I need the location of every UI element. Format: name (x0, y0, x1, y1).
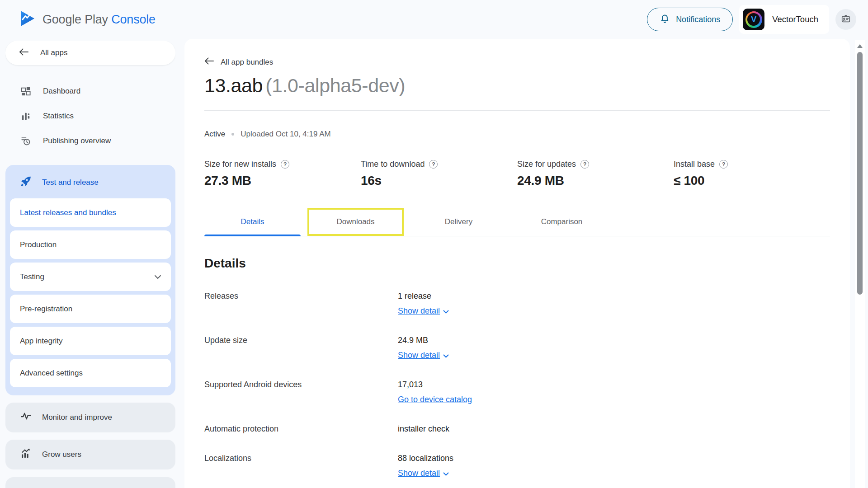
scroll-up-arrow[interactable] (857, 44, 863, 48)
app-header: Google Play Console Notifications V Vect… (0, 0, 868, 39)
all-apps-button[interactable]: All apps (5, 41, 175, 65)
sidebar-item-publishing-overview[interactable]: Publishing overview (5, 128, 175, 153)
notifications-label: Notifications (676, 15, 720, 24)
publishing-overview-icon (20, 136, 31, 146)
dashboard-icon (20, 86, 31, 96)
tab-bar: Details Downloads Delivery Comparison (204, 208, 830, 236)
back-arrow-icon[interactable] (204, 57, 214, 67)
scrollbar-thumb[interactable] (857, 52, 863, 295)
brand-text: Google Play Console (42, 13, 156, 27)
all-apps-label: All apps (40, 48, 67, 57)
statistics-icon (20, 111, 31, 121)
metric-value: 16s (361, 174, 517, 188)
chevron-down-icon (443, 307, 449, 315)
sidebar-item-pre-registration[interactable]: Pre-registration (10, 295, 171, 323)
pulse-icon (20, 411, 32, 424)
metric-label: Size for new installs (204, 160, 276, 169)
breadcrumb-label[interactable]: All app bundles (221, 58, 273, 67)
section-label: Test and release (42, 178, 99, 187)
status-row: Active Uploaded Oct 10, 4:19 AM (204, 130, 830, 139)
metric-value: ≤ 100 (674, 174, 830, 188)
sub-item-label: Latest releases and bundles (20, 208, 116, 217)
status-separator-dot (231, 133, 234, 136)
detail-row-automatic-protection: Automatic protection installer check (204, 424, 830, 434)
main-content: All app bundles 13.aab(1.0-alpha5-dev) A… (184, 39, 850, 488)
metric-size-for-updates: Size for updates ? 24.9 MB (517, 160, 674, 188)
sub-item-label: Pre-registration (20, 305, 72, 314)
developer-badge-button[interactable] (835, 9, 856, 30)
sidebar-item-statistics[interactable]: Statistics (5, 103, 175, 128)
row-value: 17,013 (398, 380, 472, 389)
row-value: 24.9 MB (398, 336, 449, 345)
sub-item-label: Advanced settings (20, 369, 83, 378)
vertical-scrollbar (855, 40, 865, 488)
metric-value: 24.9 MB (517, 174, 674, 188)
sidebar-item-production[interactable]: Production (10, 230, 171, 259)
sidebar-item-monitor-and-improve[interactable]: Monitor and improve (5, 403, 175, 432)
sub-item-label: Testing (20, 272, 44, 282)
tab-downloads[interactable]: Downloads (307, 208, 404, 236)
bell-icon (660, 13, 670, 26)
sidebar-item-label: Dashboard (43, 87, 80, 96)
google-play-console-logo[interactable]: Google Play Console (20, 10, 156, 29)
sidebar-item-testing[interactable]: Testing (10, 263, 171, 291)
status-badge: Active (204, 130, 225, 139)
tab-comparison[interactable]: Comparison (514, 208, 610, 236)
chevron-down-icon (443, 352, 449, 360)
metric-label: Size for updates (517, 160, 576, 169)
sidebar-item-dashboard[interactable]: Dashboard (5, 79, 175, 103)
help-icon[interactable]: ? (429, 160, 438, 169)
detail-row-update-size: Update size 24.9 MB Show detail (204, 336, 830, 360)
uploaded-timestamp: Uploaded Oct 10, 4:19 AM (241, 130, 330, 139)
bundle-name: 13.aab (204, 75, 263, 96)
row-value: 88 localizations (398, 454, 453, 463)
row-value: installer check (398, 424, 449, 434)
help-icon[interactable]: ? (281, 160, 289, 169)
metric-label: Install base (674, 160, 715, 169)
sidebar-item-grow-users[interactable]: Grow users (5, 440, 175, 469)
test-and-release-section: Test and release Latest releases and bun… (5, 165, 175, 395)
metric-time-to-download: Time to download ? 16s (361, 160, 517, 188)
section-label: Grow users (42, 450, 81, 459)
section-label: Monitor and improve (42, 413, 112, 422)
page-title: 13.aab(1.0-alpha5-dev) (204, 75, 830, 97)
back-arrow-icon (19, 48, 28, 58)
help-icon[interactable]: ? (719, 160, 728, 169)
breadcrumb[interactable]: All app bundles (204, 57, 273, 67)
sidebar-item-label: Statistics (43, 112, 74, 121)
detail-row-releases: Releases 1 release Show detail (204, 291, 830, 316)
detail-row-localizations: Localizations 88 localizations Show deta… (204, 454, 830, 478)
id-badge-icon (841, 14, 851, 25)
account-name: VectorTouch (772, 14, 818, 24)
device-catalog-link[interactable]: Go to device catalog (398, 395, 472, 404)
show-detail-link[interactable]: Show detail (398, 351, 449, 360)
tab-details[interactable]: Details (204, 208, 301, 236)
sidebar-item-partial[interactable] (5, 477, 175, 488)
help-icon[interactable]: ? (580, 160, 589, 169)
sidebar: All apps Dashboard (5, 41, 175, 488)
sidebar-item-label: Publishing overview (43, 136, 111, 145)
account-chip[interactable]: V VectorTouch (739, 5, 829, 34)
chevron-down-icon (155, 272, 161, 282)
bundle-version: (1.0-alpha5-dev) (265, 75, 405, 96)
show-detail-link[interactable]: Show detail (398, 469, 449, 478)
row-value: 1 release (398, 291, 449, 301)
details-rows: Releases 1 release Show detail Update si… (204, 291, 830, 478)
chevron-down-icon (443, 469, 449, 478)
show-detail-link[interactable]: Show detail (398, 306, 449, 316)
sub-item-label: Production (20, 240, 57, 249)
growth-icon (20, 448, 32, 461)
metric-install-base: Install base ? ≤ 100 (674, 160, 830, 188)
sidebar-item-test-and-release[interactable]: Test and release (5, 165, 175, 198)
metrics-row: Size for new installs ? 27.3 MB Time to … (204, 160, 830, 188)
sub-item-label: App integrity (20, 337, 63, 346)
vectortouch-app-icon: V (743, 9, 764, 30)
rocket-icon (19, 175, 32, 190)
metric-value: 27.3 MB (204, 174, 361, 188)
sidebar-item-latest-releases-and-bundles[interactable]: Latest releases and bundles (10, 198, 171, 227)
notifications-button[interactable]: Notifications (647, 8, 733, 31)
detail-row-supported-devices: Supported Android devices 17,013 Go to d… (204, 380, 830, 404)
sidebar-item-advanced-settings[interactable]: Advanced settings (10, 359, 171, 387)
sidebar-item-app-integrity[interactable]: App integrity (10, 327, 171, 355)
tab-delivery[interactable]: Delivery (410, 208, 507, 236)
